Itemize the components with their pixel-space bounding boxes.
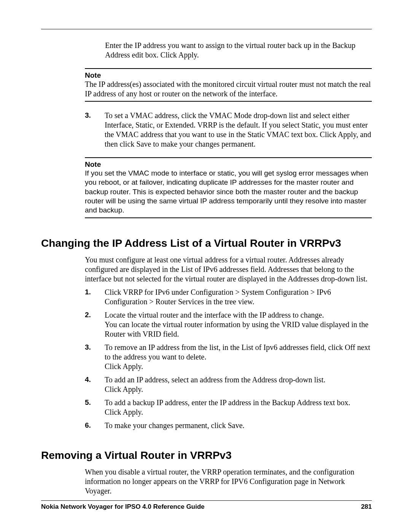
item-number: 5. [85, 398, 96, 417]
item-number: 1. [85, 288, 96, 307]
list-item: 1. Click VRRP for IPv6 under Configurati… [85, 288, 372, 307]
note-body: The IP address(es) associated with the m… [85, 80, 372, 99]
footer-page-number: 281 [361, 503, 372, 511]
note-label: Note [85, 160, 372, 169]
item-text: To make your changes permanent, click Sa… [96, 421, 372, 430]
ordered-step-3: 3. To set a VMAC address, click the VMAC… [85, 111, 372, 149]
note-rule-bottom [85, 101, 372, 102]
step-number: 3. [85, 111, 96, 149]
item-number: 6. [85, 421, 96, 430]
document-page: Enter the IP address you want to assign … [0, 0, 411, 532]
list-item: 5. To add a backup IP address, enter the… [85, 398, 372, 417]
ordered-list-1: 1. Click VRRP for IPv6 under Configurati… [85, 288, 372, 430]
item-text: To remove an IP address from the list, i… [96, 343, 372, 371]
note-rule-bottom [85, 217, 372, 218]
intro-paragraph: Enter the IP address you want to assign … [105, 41, 372, 60]
note-box-1: Note The IP address(es) associated with … [85, 68, 372, 102]
footer-rule [41, 500, 372, 501]
section-intro-1: You must configure at least one virtual … [85, 255, 372, 284]
section-intro-2: When you disable a virtual router, the V… [85, 467, 372, 496]
item-number: 3. [85, 343, 96, 371]
note-rule-top [85, 68, 372, 69]
note-box-2: Note If you set the VMAC mode to interfa… [85, 157, 372, 218]
list-item: 6. To make your changes permanent, click… [85, 421, 372, 430]
top-rule [41, 29, 372, 29]
item-text: Click VRRP for IPv6 under Configuration … [96, 288, 372, 307]
list-item: 4. To add an IP address, select an addre… [85, 375, 372, 394]
list-item: 2. Locate the virtual router and the int… [85, 310, 372, 339]
item-text: To add an IP address, select an address … [96, 375, 372, 394]
item-number: 4. [85, 375, 96, 394]
item-text: Locate the virtual router and the interf… [96, 310, 372, 339]
note-body: If you set the VMAC mode to interface or… [85, 169, 372, 215]
note-rule-top [85, 157, 372, 158]
section-heading-1: Changing the IP Address List of a Virtua… [41, 236, 372, 250]
footer-title: Nokia Network Voyager for IPSO 4.0 Refer… [41, 503, 205, 511]
item-text: To add a backup IP address, enter the IP… [96, 398, 372, 417]
footer: Nokia Network Voyager for IPSO 4.0 Refer… [41, 503, 372, 511]
list-item: 3. To remove an IP address from the list… [85, 343, 372, 371]
step-text: To set a VMAC address, click the VMAC Mo… [96, 111, 372, 149]
note-label: Note [85, 71, 372, 80]
section-heading-2: Removing a Virtual Router in VRRPv3 [41, 449, 372, 462]
item-number: 2. [85, 310, 96, 339]
